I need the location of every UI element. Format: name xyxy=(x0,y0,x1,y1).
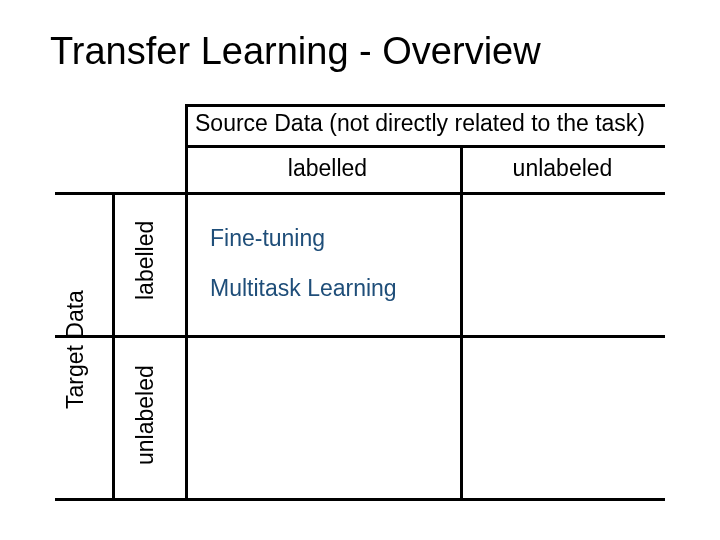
source-data-header: Source Data (not directly related to the… xyxy=(195,110,645,137)
slide: Transfer Learning - Overview Source Data… xyxy=(0,0,720,540)
column-header-unlabeled: unlabeled xyxy=(470,155,655,182)
row-group-header-target-data: Target Data xyxy=(62,250,89,450)
column-header-labelled: labelled xyxy=(195,155,460,182)
row-header-labelled: labelled xyxy=(132,200,159,320)
grid-line xyxy=(55,192,665,195)
cell-fine-tuning: Fine-tuning xyxy=(210,225,325,252)
grid-line xyxy=(112,192,115,500)
grid-line xyxy=(185,145,665,148)
grid-line xyxy=(55,498,665,501)
grid-line xyxy=(185,104,188,500)
grid-line xyxy=(55,335,665,338)
grid-line xyxy=(185,104,665,107)
grid-line xyxy=(460,145,463,500)
cell-multitask-learning: Multitask Learning xyxy=(210,275,397,302)
slide-title: Transfer Learning - Overview xyxy=(50,30,541,73)
row-header-unlabeled: unlabeled xyxy=(132,345,159,485)
